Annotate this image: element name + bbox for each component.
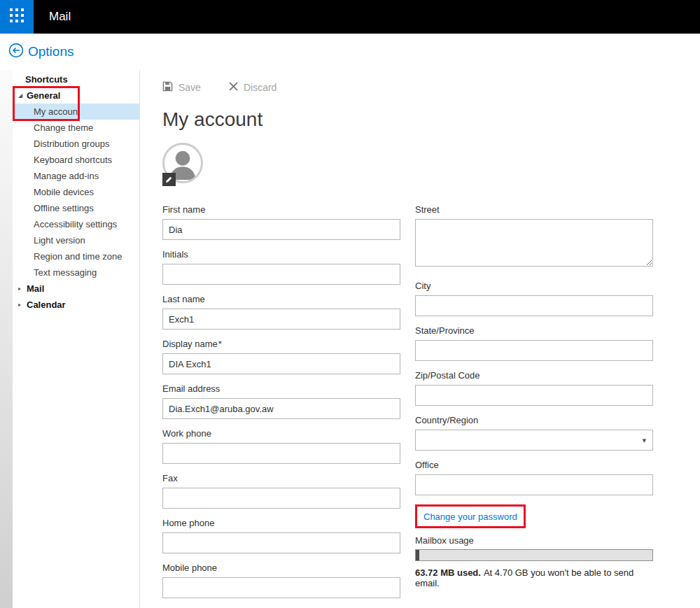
save-label: Save	[178, 82, 201, 93]
discard-label: Discard	[244, 82, 276, 93]
last-name-label: Last name	[162, 294, 400, 304]
sidebar-item-change-theme[interactable]: Change theme	[13, 120, 139, 136]
sidebar-item-keyboard-shortcuts[interactable]: Keyboard shortcuts	[13, 152, 139, 168]
form-column-left: First name Initials Last name Display na…	[162, 204, 400, 607]
fax-input[interactable]	[162, 488, 400, 509]
state-field-group: State/Province	[415, 325, 653, 361]
initials-input[interactable]	[162, 264, 400, 285]
options-title: Options	[28, 44, 74, 59]
pencil-icon	[165, 174, 173, 186]
sidebar-group-calendar[interactable]: ▸ Calendar	[13, 297, 139, 313]
work-phone-input[interactable]	[162, 443, 400, 464]
waffle-grid-icon	[10, 8, 24, 25]
last-name-field-group: Last name	[162, 294, 400, 330]
options-nav-sidebar: Shortcuts ◢ General My account Change th…	[0, 70, 140, 608]
sidebar-item-distribution-groups[interactable]: Distribution groups	[13, 136, 139, 152]
change-password-link[interactable]: Change your password	[424, 511, 517, 522]
sidebar-item-light-version[interactable]: Light version	[13, 232, 139, 248]
display-name-input[interactable]	[162, 353, 400, 374]
work-phone-label: Work phone	[162, 428, 400, 439]
mailbox-usage-label: Mailbox usage	[415, 535, 653, 546]
options-back[interactable]: Options	[0, 34, 700, 70]
city-field-group: City	[415, 281, 653, 316]
app-launcher-button[interactable]	[0, 0, 34, 34]
sidebar-item-text-messaging[interactable]: Text messaging	[13, 264, 139, 281]
edit-photo-button[interactable]	[162, 173, 176, 186]
discard-x-icon	[229, 82, 238, 93]
collapsed-caret-icon: ▸	[18, 281, 21, 297]
street-textarea[interactable]	[415, 219, 653, 267]
fax-label: Fax	[162, 473, 400, 483]
my-account-panel: Save Discard My account	[140, 70, 700, 608]
save-button[interactable]: Save	[162, 81, 201, 94]
sidebar-item-manage-add-ins[interactable]: Manage add-ins	[13, 168, 139, 184]
office-input[interactable]	[415, 474, 653, 495]
office-label: Office	[415, 460, 653, 470]
last-name-input[interactable]	[162, 309, 400, 330]
first-name-input[interactable]	[162, 219, 400, 240]
initials-label: Initials	[162, 249, 400, 260]
sidebar-group-general-label: General	[27, 90, 60, 101]
collapsed-caret-icon: ▸	[18, 297, 21, 313]
first-name-field-group: First name	[162, 204, 400, 240]
sidebar-item-accessibility-settings[interactable]: Accessibility settings	[13, 216, 139, 232]
email-input[interactable]	[162, 398, 400, 419]
zip-field-group: Zip/Postal Code	[415, 370, 653, 406]
street-label: Street	[415, 204, 653, 215]
mailbox-usage-fill	[416, 550, 419, 560]
page-title: My account	[162, 108, 700, 132]
app-title: Mail	[49, 10, 71, 24]
mobile-phone-label: Mobile phone	[162, 563, 400, 573]
sidebar-item-offline-settings[interactable]: Offline settings	[13, 200, 139, 216]
state-label: State/Province	[415, 325, 653, 336]
fax-field-group: Fax	[162, 473, 400, 509]
toolbar: Save Discard	[162, 78, 700, 97]
form-column-right: Street City State/Province Zip/Postal Co…	[415, 204, 653, 607]
sidebar-annotated-region: ◢ General My account	[13, 87, 139, 120]
city-input[interactable]	[415, 295, 653, 316]
zip-input[interactable]	[415, 385, 653, 406]
back-arrow-icon	[8, 43, 24, 61]
mailbox-usage-bar	[415, 549, 653, 561]
avatar	[162, 143, 206, 186]
email-label: Email address	[162, 383, 400, 394]
expanded-caret-icon: ◢	[18, 87, 22, 104]
sidebar-item-my-account[interactable]: My account	[13, 104, 139, 120]
country-label: Country/Region	[415, 415, 653, 425]
initials-field-group: Initials	[162, 249, 400, 285]
country-field-group: Country/Region ▾	[415, 415, 653, 451]
mailbox-usage-text: 63.72 MB used.At 4.70 GB you won't be ab…	[415, 567, 653, 588]
chevron-down-icon: ▾	[642, 436, 646, 445]
sidebar-group-general[interactable]: ◢ General	[13, 87, 139, 104]
sidebar-item-mobile-devices[interactable]: Mobile devices	[13, 184, 139, 200]
save-icon	[162, 81, 173, 94]
mailbox-used-amount: 63.72 MB used.	[415, 567, 481, 578]
required-marker: *	[218, 339, 222, 349]
home-phone-input[interactable]	[162, 532, 400, 553]
zip-label: Zip/Postal Code	[415, 370, 653, 381]
home-phone-field-group: Home phone	[162, 518, 400, 553]
display-name-label: Display name*	[162, 339, 400, 349]
city-label: City	[415, 281, 653, 291]
sidebar-group-calendar-label: Calendar	[27, 299, 66, 310]
display-name-field-group: Display name*	[162, 339, 400, 374]
sidebar-group-mail[interactable]: ▸ Mail	[13, 281, 139, 297]
work-phone-field-group: Work phone	[162, 428, 400, 464]
discard-button[interactable]: Discard	[229, 82, 276, 93]
email-field-group: Email address	[162, 383, 400, 419]
sidebar-group-mail-label: Mail	[27, 283, 44, 294]
topbar: Mail	[0, 0, 700, 34]
mailbox-usage-section: Mailbox usage 63.72 MB used.At 4.70 GB y…	[415, 535, 653, 588]
street-field-group: Street	[415, 204, 653, 269]
annotation-box-password: Change your password	[415, 504, 526, 528]
mobile-phone-input[interactable]	[162, 577, 400, 598]
mobile-phone-field-group: Mobile phone	[162, 563, 400, 598]
sidebar-item-shortcuts[interactable]: Shortcuts	[13, 71, 139, 87]
home-phone-label: Home phone	[162, 518, 400, 528]
sidebar-item-region-and-time-zone[interactable]: Region and time zone	[13, 248, 139, 264]
first-name-label: First name	[162, 204, 400, 215]
state-input[interactable]	[415, 340, 653, 361]
office-field-group: Office	[415, 460, 653, 495]
country-region-dropdown[interactable]: ▾	[415, 430, 653, 451]
